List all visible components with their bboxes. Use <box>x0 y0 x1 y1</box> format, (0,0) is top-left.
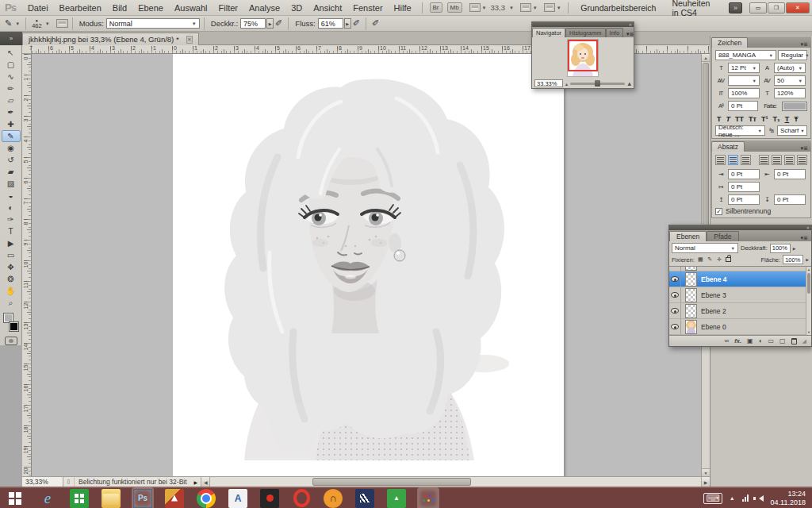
game-app[interactable] <box>165 489 184 508</box>
style-subscript[interactable]: T₁ <box>772 115 779 123</box>
menu-bearbeiten[interactable]: Bearbeiten <box>54 3 107 13</box>
minimize-button[interactable]: ▭ <box>749 2 767 13</box>
flow-input[interactable]: 61% <box>318 18 343 29</box>
tablet-pressure-icon[interactable]: ✐ <box>372 18 379 29</box>
layer-row[interactable]: Ebene 2 <box>669 303 806 319</box>
menu-ebene[interactable]: Ebene <box>132 3 169 13</box>
zoom-level-input[interactable]: 33,33% <box>22 477 63 487</box>
scroll-down-icon[interactable]: ▼ <box>806 329 811 335</box>
zoom-tool[interactable]: ⌕ <box>2 297 21 309</box>
dodge-tool[interactable]: ◐ <box>2 202 21 214</box>
menu-fenster[interactable]: Fenster <box>347 3 388 13</box>
zoom-out-icon[interactable]: ▴ <box>565 81 568 87</box>
space-after-input[interactable]: 0 Pt <box>774 194 806 205</box>
horizontal-scale-input[interactable]: 120% <box>774 88 806 98</box>
layer-row[interactable]: Ebene 4 <box>669 271 806 287</box>
visibility-toggle[interactable] <box>669 303 681 318</box>
paint-app[interactable] <box>419 489 438 508</box>
volume-icon[interactable] <box>756 495 764 502</box>
brush-preset-picker[interactable]: ● 462 <box>32 18 42 29</box>
style-strikethrough[interactable]: Ŧ <box>794 115 799 123</box>
justify-last-left-button[interactable] <box>759 155 769 165</box>
navigator-view-proxy[interactable] <box>568 40 598 71</box>
fill-slider-icon[interactable]: ▶ <box>806 257 809 262</box>
font-family-select[interactable]: 888_MANGA▼ <box>715 50 776 60</box>
scroll-right-icon[interactable]: ▶ <box>701 477 710 487</box>
restore-button[interactable]: ❐ <box>768 2 785 13</box>
airbrush-toggle-icon[interactable]: ✐ <box>353 18 360 29</box>
blend-mode-select[interactable]: Normal▼ <box>106 18 200 29</box>
pen-tool[interactable]: ✑ <box>2 214 21 225</box>
menu-ansicht[interactable]: Ansicht <box>308 3 347 13</box>
photoshop[interactable] <box>133 489 152 508</box>
view-extras-icon[interactable] <box>520 3 531 12</box>
panel-menu-icon[interactable]: ▾≣ <box>798 145 811 152</box>
green-tile-app[interactable] <box>70 489 89 508</box>
crop-tool[interactable]: ▱ <box>2 94 21 106</box>
zoom-level-control[interactable]: 33,3 <box>490 3 505 12</box>
close-button[interactable]: ✕ <box>786 2 810 13</box>
zoom-in-icon[interactable]: ▴ <box>627 79 631 87</box>
close-icon[interactable]: ✕ <box>629 23 634 27</box>
layer-opacity-input[interactable]: 100% <box>770 244 791 253</box>
layer-row[interactable]: Ebene 0 <box>669 319 806 335</box>
lock-transparency-button[interactable]: ▦ <box>697 256 704 263</box>
internet-explorer[interactable] <box>38 489 57 508</box>
adjustment-layer-button[interactable]: ◐ <box>759 337 763 345</box>
link-layers-button[interactable]: ∞ <box>725 337 730 345</box>
tab-histogramm[interactable]: Histogramm <box>565 28 605 37</box>
indent-left-input[interactable]: 0 Pt <box>728 169 760 179</box>
tab-pfade[interactable]: Pfade <box>707 231 738 241</box>
opera[interactable] <box>292 489 311 508</box>
delete-layer-button[interactable] <box>791 338 797 344</box>
brush-tool[interactable]: ✎ <box>2 130 21 142</box>
document-tab[interactable]: jkhkhkjhkj.png bei 33,3% (Ebene 4, Grün/… <box>22 33 199 45</box>
eraser-tool[interactable]: ▰ <box>2 166 21 178</box>
canvas-horizontal-scrollbar[interactable]: ◀ ▶ <box>201 477 710 487</box>
slider-thumb[interactable] <box>595 80 600 87</box>
indent-right-input[interactable]: 0 Pt <box>774 169 806 179</box>
lock-pixels-button[interactable]: ✎ <box>707 256 714 263</box>
leading-select[interactable]: (Auto)▼ <box>774 63 806 73</box>
tracking-select[interactable]: 50▼ <box>774 75 806 86</box>
menu-bild[interactable]: Bild <box>107 3 132 13</box>
scroll-left-icon[interactable]: ◀ <box>201 477 210 487</box>
toolbar-collapse-button[interactable]: » <box>0 32 22 45</box>
history-brush-tool[interactable]: ↺ <box>2 154 21 166</box>
justify-last-center-button[interactable] <box>772 155 782 165</box>
chrome[interactable] <box>197 489 216 508</box>
tab-ebenen[interactable]: Ebenen <box>669 231 707 241</box>
type-tool[interactable]: T <box>2 225 21 237</box>
lock-all-button[interactable] <box>726 257 731 262</box>
blur-tool[interactable]: ◒ <box>2 190 21 202</box>
whats-new-menu[interactable]: Neuheiten in CS4 <box>672 0 714 17</box>
notes-app[interactable] <box>228 489 247 508</box>
menu-3d[interactable]: 3D <box>285 3 308 13</box>
tab-absatz[interactable]: Absatz <box>711 141 745 152</box>
3d-orbit-tool[interactable]: ❂ <box>2 273 21 285</box>
keyboard-icon[interactable]: ⌨ <box>703 493 722 504</box>
canvas-workspace[interactable] <box>32 54 701 476</box>
tab-zeichen[interactable]: Zeichen <box>711 37 748 48</box>
align-right-button[interactable] <box>741 155 751 165</box>
video-app[interactable] <box>355 489 374 508</box>
style-all-caps[interactable]: TT <box>735 115 744 123</box>
opacity-slider-button[interactable]: ▶ <box>266 18 274 29</box>
start-button[interactable] <box>6 489 25 508</box>
network-signal-icon[interactable] <box>742 495 749 502</box>
scroll-up-icon[interactable]: ▲ <box>702 54 710 62</box>
layer-group-button[interactable]: ▭ <box>768 337 774 345</box>
layer-mask-button[interactable]: ▣ <box>747 337 753 345</box>
file-explorer[interactable] <box>102 489 121 508</box>
airbrush-icon[interactable]: ✐ <box>275 18 282 29</box>
kerning-select[interactable]: ▼ <box>728 75 760 86</box>
bridge-button[interactable]: Br <box>430 2 442 13</box>
menu-analyse[interactable]: Analyse <box>243 3 285 13</box>
layer-style-button[interactable]: fx. <box>734 337 741 345</box>
new-layer-button[interactable]: ▢ <box>779 337 786 345</box>
gradient-tool[interactable]: ▨ <box>2 178 21 190</box>
3d-rotate-tool[interactable]: ✥ <box>2 261 21 273</box>
clone-stamp-tool[interactable]: ◉ <box>2 142 21 154</box>
eyedropper-tool[interactable]: ✒ <box>2 106 21 118</box>
vertical-ruler[interactable]: 01234567891011121314151617181920 <box>22 54 32 476</box>
